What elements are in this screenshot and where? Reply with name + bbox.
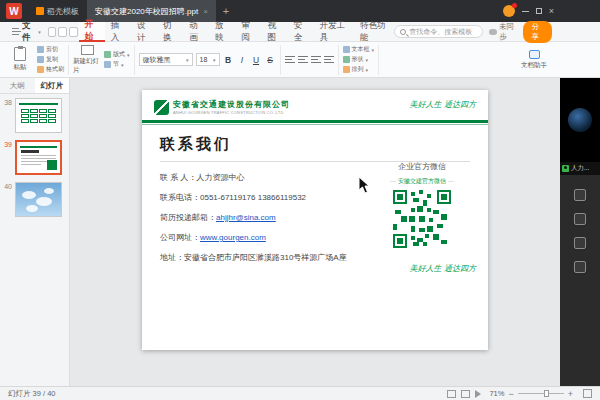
tab-transition[interactable]: 切换 (157, 22, 183, 42)
italic-button[interactable]: I (237, 55, 248, 65)
rightbar-tool-icon[interactable] (574, 261, 586, 273)
new-tab-button[interactable]: + (216, 5, 236, 17)
thumb-number: 38 (0, 98, 15, 133)
sync-status[interactable]: 未同步 (489, 22, 518, 42)
underline-button[interactable]: U (251, 55, 262, 65)
zoom-out-button[interactable]: − (508, 389, 513, 399)
participant-avatar (568, 108, 592, 132)
slogan-script-bottom: 美好人生 通达四方 (409, 263, 476, 274)
slide-thumbnail-39-selected[interactable]: 39 (0, 140, 69, 175)
contact-row[interactable]: 地址：安徽省合肥市庐阳区濉溪路310号祥源广场A座 (160, 252, 470, 263)
rightbar-tool-icon[interactable] (574, 189, 586, 201)
tab-home[interactable]: 开始 (79, 22, 105, 42)
slide-thumbnail-40[interactable]: 40 (0, 182, 69, 217)
rightbar-tool-icon[interactable] (574, 237, 586, 249)
template-grid-icon (36, 7, 44, 15)
chevron-down-icon: ▾ (121, 62, 124, 68)
arrange-button[interactable]: 排列▾ (343, 65, 375, 74)
thumb-preview[interactable] (15, 140, 62, 175)
cloud-icon (489, 29, 497, 35)
slide-title[interactable]: 联系我们 (160, 135, 470, 154)
fit-to-window-icon[interactable] (583, 389, 592, 398)
wps-logo[interactable]: W (6, 3, 22, 19)
editor-canvas[interactable]: 安徽省交通建设股份有限公司 ANHUI GOURGEN TRAFFIC CONS… (70, 78, 560, 386)
tab-animation[interactable]: 动画 (183, 22, 209, 42)
user-avatar[interactable] (503, 5, 515, 17)
layout-button[interactable]: 版式▾ (104, 50, 130, 59)
rightbar-tool-icon[interactable] (574, 213, 586, 225)
zoom-slider[interactable] (518, 393, 564, 394)
mouse-cursor (358, 176, 370, 194)
font-name-select[interactable]: 微软雅黑▾ (139, 53, 193, 66)
tab-view[interactable]: 视图 (262, 22, 288, 42)
meeting-sidebar: 人力... (560, 78, 600, 386)
website-link[interactable]: www.gourgen.com (200, 233, 266, 242)
normal-view-icon[interactable] (447, 390, 456, 398)
wechat-qr-code (393, 190, 451, 248)
textbox-icon (343, 46, 350, 53)
slide-sorter-icon[interactable] (461, 390, 470, 398)
bold-button[interactable]: B (223, 55, 234, 65)
wechat-caption: 安徽交建官方微信 (370, 177, 474, 186)
align-center-button[interactable] (298, 55, 308, 64)
clipboard-icon (14, 47, 26, 61)
new-slide-button[interactable]: 新建幻灯片 (73, 45, 101, 75)
new-slide-icon (81, 45, 94, 55)
paste-button[interactable]: 粘贴 (6, 47, 34, 72)
undo-icon[interactable] (58, 27, 67, 37)
minimize-button[interactable] (522, 11, 529, 12)
tab-slideshow[interactable]: 放映 (209, 22, 235, 42)
align-left-button[interactable] (285, 55, 295, 64)
tab-review[interactable]: 审阅 (235, 22, 261, 42)
format-painter-button[interactable]: 格式刷 (37, 65, 64, 74)
textbox-button[interactable]: 文本框▾ (343, 45, 375, 54)
thumb-qr (47, 160, 57, 170)
tab-security[interactable]: 安全 (288, 22, 314, 42)
slides-tab[interactable]: 幻灯片 (35, 78, 70, 93)
tab-close-icon[interactable]: × (203, 7, 208, 16)
arrange-icon (343, 66, 350, 73)
company-name-en: ANHUI GOURGEN TRAFFIC CONSTRUCTION CO.,L… (173, 110, 290, 115)
justify-button[interactable] (324, 55, 334, 64)
copy-icon (37, 56, 44, 63)
thumbnail-list[interactable]: 38 39 40 (0, 94, 69, 386)
command-search-input[interactable]: 查找命令、搜索模板 (394, 25, 482, 38)
notification-dot (512, 3, 517, 8)
doc-assistant-button[interactable]: 文档助手 (520, 50, 548, 70)
section-button[interactable]: 节▾ (104, 60, 130, 69)
tab-devtools[interactable]: 开发工具 (314, 22, 354, 42)
map-image (16, 183, 61, 216)
font-size-select[interactable]: 18▾ (196, 53, 220, 66)
participant-video[interactable] (560, 78, 600, 162)
thumb-number: 39 (0, 140, 15, 175)
wechat-block: 企业官方微信 安徽交建官方微信 (370, 161, 474, 248)
strikethrough-button[interactable]: S (265, 55, 276, 65)
thumb-preview[interactable] (15, 182, 62, 217)
assistant-icon (529, 50, 540, 59)
save-icon[interactable] (48, 27, 57, 37)
maximize-button[interactable] (536, 8, 542, 14)
thumb-number: 40 (0, 182, 15, 217)
outline-tab[interactable]: 大纲 (0, 78, 35, 93)
file-menu[interactable]: 文件 ▾ (6, 20, 47, 44)
email-link[interactable]: ahjjhr@sina.com (216, 213, 276, 222)
slide-thumbnail-38[interactable]: 38 (0, 98, 69, 133)
thumb-preview[interactable] (15, 98, 62, 133)
redo-icon[interactable] (69, 27, 78, 37)
slide-indicator: 幻灯片 39 / 40 (8, 389, 56, 399)
copy-button[interactable]: 复制 (37, 55, 64, 64)
slideshow-play-icon[interactable] (475, 390, 481, 398)
tab-insert[interactable]: 插入 (105, 22, 131, 42)
close-button[interactable]: × (549, 6, 554, 16)
align-right-button[interactable] (311, 55, 321, 64)
chevron-down-icon: ▾ (127, 52, 130, 58)
zoom-in-button[interactable]: + (568, 389, 573, 399)
zoom-slider-knob[interactable] (544, 390, 549, 397)
share-button[interactable]: 分享 (523, 21, 551, 43)
format-painter-icon (37, 66, 44, 73)
slide-39[interactable]: 安徽省交通建设股份有限公司 ANHUI GOURGEN TRAFFIC CONS… (142, 90, 488, 350)
shapes-button[interactable]: 形状▾ (343, 55, 375, 64)
cut-button[interactable]: 剪切 (37, 45, 64, 54)
tab-features[interactable]: 特色功能 (354, 22, 394, 42)
tab-design[interactable]: 设计 (131, 22, 157, 42)
